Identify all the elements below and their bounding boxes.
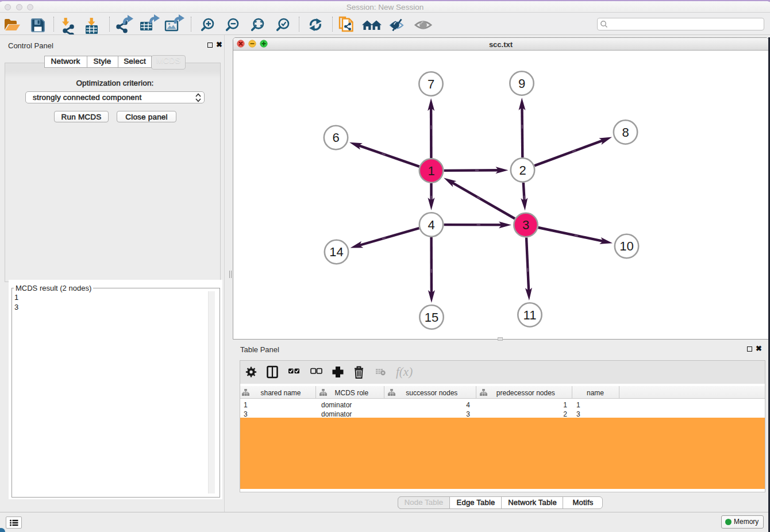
svg-text:6: 6 [332,130,339,145]
svg-text:1: 1 [428,164,434,178]
svg-text:2: 2 [519,163,526,178]
svg-text:14: 14 [329,245,343,259]
svg-text:7: 7 [428,77,434,91]
svg-text:8: 8 [622,125,629,140]
svg-text:f(x): f(x) [396,365,413,379]
svg-text:10: 10 [619,239,633,253]
svg-text:9: 9 [518,76,525,91]
svg-text:4: 4 [428,218,434,232]
svg-text:15: 15 [425,310,438,325]
svg-text:3: 3 [522,218,529,232]
svg-text:11: 11 [523,308,537,322]
